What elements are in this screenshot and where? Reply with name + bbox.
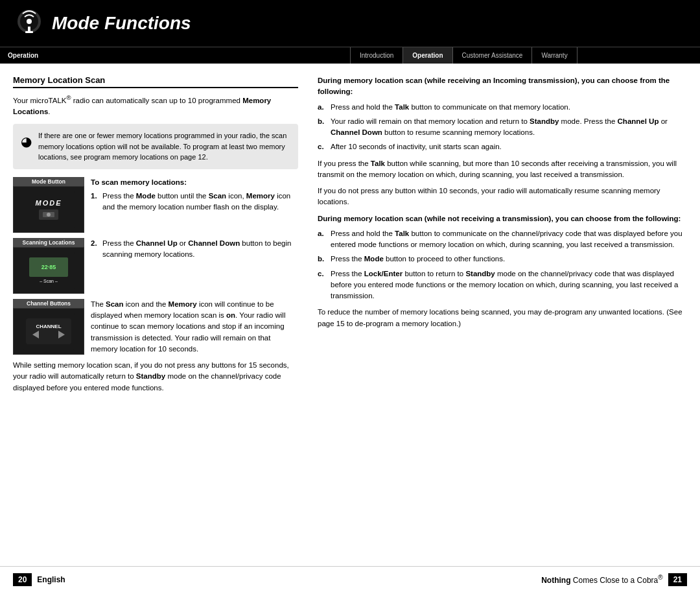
- notreceiving-item-a: a. Press and hold the Talk button to com…: [318, 228, 687, 251]
- footer-left: 20 English: [13, 573, 65, 586]
- step3-caption: Channel Buttons: [13, 299, 84, 308]
- main-content: Memory Location Scan Your microTALK® rad…: [0, 64, 700, 566]
- tagline: Nothing Comes Close to a Cobra®: [541, 574, 662, 585]
- step1-image-area: Mode Button MODE: [13, 177, 84, 233]
- svg-rect-3: [28, 27, 30, 32]
- intro-paragraph: Your microTALK® radio can automatically …: [13, 93, 298, 117]
- mid-para-2: If you do not press any button within 10…: [318, 185, 687, 208]
- footer-right: Nothing Comes Close to a Cobra® 21: [541, 573, 687, 586]
- tab-bar: Operation Introduction Operation Custome…: [0, 47, 700, 64]
- svg-point-6: [47, 213, 51, 217]
- left-tab-label: Operation: [8, 52, 38, 59]
- tab-bar-left: Operation: [0, 47, 350, 64]
- section-heading: Memory Location Scan: [13, 75, 298, 88]
- body-paragraph-2: While setting memory location scan, if y…: [13, 360, 298, 394]
- mode-button-graphic: MODE: [23, 191, 75, 228]
- tab-operation[interactable]: Operation: [403, 47, 452, 64]
- notreceiving-item-b: b. Press the Mode button to proceed to o…: [318, 254, 687, 265]
- svg-rect-4: [25, 31, 33, 33]
- header-icon: [13, 7, 45, 40]
- svg-text:CHANNEL: CHANNEL: [36, 324, 61, 329]
- info-box: ◕ If there are one or fewer memory locat…: [13, 124, 298, 169]
- step1-block: Mode Button MODE To scan memory loca: [13, 177, 298, 233]
- step2-block: Scanning Locations 22·85 – Scan – 2. Pre…: [13, 238, 298, 294]
- step3-image: CHANNEL: [13, 308, 84, 355]
- step3-body: The Scan icon and the Memory icon will c…: [91, 299, 298, 355]
- channel-graphic: CHANNEL: [23, 313, 75, 350]
- tab-bar-right: Introduction Operation Customer Assistan…: [350, 47, 700, 64]
- left-column: Memory Location Scan Your microTALK® rad…: [13, 75, 298, 560]
- tab-introduction[interactable]: Introduction: [351, 47, 403, 64]
- incoming-item-c: c. After 10 seconds of inactivity, unit …: [318, 141, 687, 152]
- info-icon: ◕: [21, 132, 32, 163]
- incoming-item-a: a. Press and hold the Talk button to com…: [318, 102, 687, 113]
- step2-image-area: Scanning Locations 22·85 – Scan –: [13, 238, 84, 294]
- step2-caption: Scanning Locations: [13, 238, 84, 247]
- page-number-left: 20: [13, 573, 32, 586]
- svg-rect-7: [26, 318, 71, 344]
- channel-svg: CHANNEL: [23, 315, 75, 348]
- notreceiving-item-c: c. Press the Lock/Enter button to return…: [318, 268, 687, 302]
- svg-point-2: [27, 19, 32, 24]
- page-header: Mode Functions: [0, 0, 700, 47]
- page-number-right: 21: [668, 573, 687, 586]
- language-label: English: [37, 575, 65, 584]
- step3-block: Channel Buttons CHANNEL The Scan icon an…: [13, 299, 298, 355]
- mid-para-1: If you press the Talk button while scann…: [318, 158, 687, 181]
- right-column: During memory location scan (while recei…: [318, 75, 687, 560]
- notreceiving-list: a. Press and hold the Talk button to com…: [318, 228, 687, 302]
- tab-customer-assistance[interactable]: Customer Assistance: [453, 47, 533, 64]
- mode-indicator-svg: [42, 211, 55, 219]
- incoming-list: a. Press and hold the Talk button to com…: [318, 102, 687, 153]
- step3-image-area: Channel Buttons CHANNEL: [13, 299, 84, 355]
- step2-text: 2. Press the Channel Up or Channel Down …: [91, 238, 298, 294]
- scanning-graphic: 22·85 – Scan –: [23, 252, 75, 289]
- right-heading-1: During memory location scan (while recei…: [318, 75, 687, 98]
- step1-caption: Mode Button: [13, 177, 84, 186]
- step1-image: MODE: [13, 186, 84, 233]
- info-box-text: If there are one or fewer memory locatio…: [38, 130, 290, 163]
- tab-warranty[interactable]: Warranty: [532, 47, 577, 64]
- page-title: Mode Functions: [52, 13, 191, 34]
- page-footer: 20 English Nothing Comes Close to a Cobr…: [0, 566, 700, 592]
- right-heading-2: During memory location scan (while not r…: [318, 213, 687, 224]
- step1-text: To scan memory locations: 1. Press the M…: [91, 177, 298, 233]
- step2-image: 22·85 – Scan –: [13, 247, 84, 294]
- incoming-item-b: b. Your radio will remain on that memory…: [318, 116, 687, 139]
- footer-para: To reduce the number of memory locations…: [318, 307, 687, 329]
